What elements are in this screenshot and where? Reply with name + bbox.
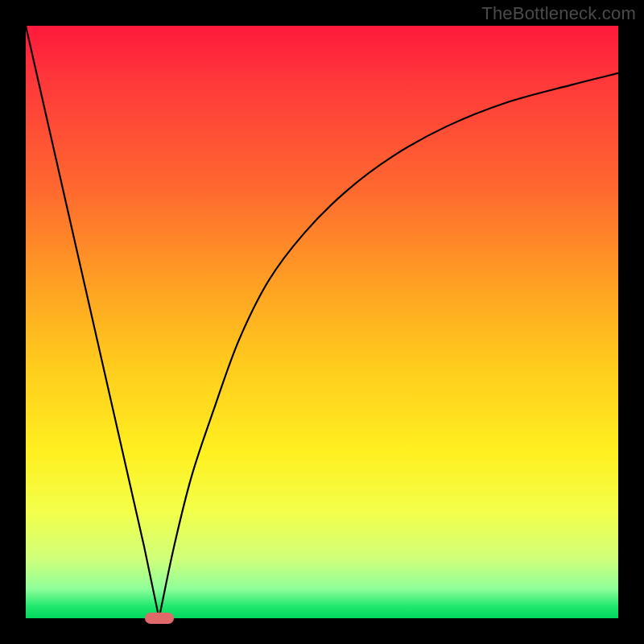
chart-frame: TheBottleneck.com	[0, 0, 644, 644]
plot-area	[26, 26, 618, 618]
watermark-label: TheBottleneck.com	[481, 3, 636, 24]
minimum-marker	[145, 613, 174, 624]
